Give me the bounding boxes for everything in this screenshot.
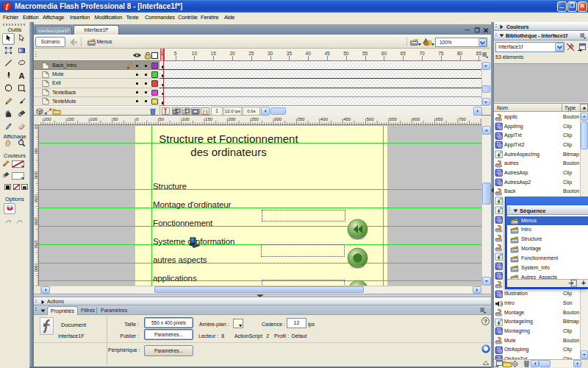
svg-text:✱: ✱ (483, 345, 488, 353)
svg-text:[·]: [·] (203, 109, 207, 114)
svg-text:A: A (19, 71, 25, 79)
